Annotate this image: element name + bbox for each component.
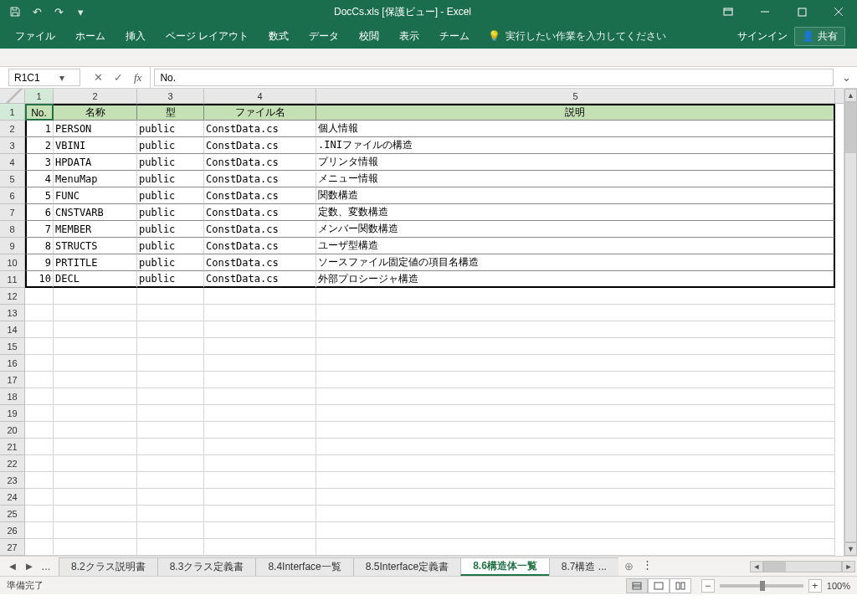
row-header[interactable]: 17 <box>0 372 25 388</box>
row-header[interactable]: 6 <box>0 187 25 204</box>
cell[interactable]: メンバー関数構造 <box>316 221 835 238</box>
sheet-tab[interactable]: 8.7構造 ... <box>549 557 618 576</box>
fx-icon[interactable]: fx <box>129 71 146 85</box>
cell[interactable] <box>25 455 54 472</box>
tab-view[interactable]: 表示 <box>389 23 429 49</box>
row-header[interactable]: 12 <box>0 288 25 305</box>
cell[interactable]: 4 <box>25 171 54 187</box>
cell[interactable]: メニュー情報 <box>316 171 835 187</box>
row-header[interactable]: 15 <box>0 338 25 355</box>
ribbon-display-icon[interactable] <box>710 0 747 23</box>
cell[interactable] <box>316 455 835 472</box>
cell[interactable] <box>54 539 137 556</box>
save-icon[interactable] <box>5 2 25 22</box>
cell[interactable]: ConstData.cs <box>204 187 316 204</box>
cell[interactable] <box>204 506 316 522</box>
cell[interactable]: ファイル名 <box>204 104 316 121</box>
cell[interactable] <box>25 338 54 355</box>
cell[interactable] <box>54 338 137 355</box>
cell[interactable] <box>54 472 137 489</box>
cancel-formula-icon[interactable]: ✕ <box>89 69 107 87</box>
scroll-up-icon[interactable]: ▲ <box>844 89 857 102</box>
tab-formulas[interactable]: 数式 <box>259 23 299 49</box>
cell[interactable] <box>54 522 137 539</box>
cell[interactable] <box>204 288 316 305</box>
cell[interactable] <box>25 372 54 388</box>
cell[interactable]: 5 <box>25 187 54 204</box>
row-header[interactable]: 21 <box>0 439 25 455</box>
cell[interactable] <box>204 321 316 338</box>
cell[interactable] <box>316 539 835 556</box>
row-header[interactable]: 22 <box>0 455 25 472</box>
cell[interactable] <box>54 455 137 472</box>
cell[interactable] <box>137 539 204 556</box>
cell[interactable] <box>316 321 835 338</box>
row-header[interactable]: 16 <box>0 355 25 372</box>
cell[interactable] <box>137 338 204 355</box>
row-header[interactable]: 19 <box>0 405 25 422</box>
vertical-scrollbar[interactable]: ▲ ▼ <box>844 89 857 556</box>
cell[interactable] <box>137 355 204 372</box>
cell[interactable]: 2 <box>25 137 54 154</box>
cell[interactable]: public <box>137 171 204 187</box>
cell[interactable]: public <box>137 154 204 171</box>
cell[interactable] <box>137 305 204 321</box>
cell[interactable]: 1 <box>25 121 54 137</box>
cell[interactable] <box>54 439 137 455</box>
cell[interactable] <box>137 489 204 506</box>
row-header[interactable]: 3 <box>0 137 25 154</box>
tab-team[interactable]: チーム <box>429 23 480 49</box>
cell[interactable] <box>204 305 316 321</box>
cell[interactable]: public <box>137 238 204 254</box>
vscroll-track[interactable] <box>844 102 857 542</box>
cell[interactable]: 型 <box>137 104 204 121</box>
expand-formula-bar-icon[interactable]: ⌄ <box>839 69 854 86</box>
vscroll-thumb[interactable] <box>845 103 856 153</box>
tab-page-layout[interactable]: ページ レイアウト <box>156 23 259 49</box>
row-header[interactable]: 11 <box>0 271 25 288</box>
col-header[interactable]: 2 <box>54 89 137 103</box>
normal-view-icon[interactable] <box>626 578 648 593</box>
cell[interactable] <box>137 405 204 422</box>
cell[interactable]: 3 <box>25 154 54 171</box>
cell[interactable]: public <box>137 221 204 238</box>
cell[interactable] <box>137 372 204 388</box>
row-header[interactable]: 27 <box>0 539 25 556</box>
cell[interactable]: ConstData.cs <box>204 254 316 271</box>
cell[interactable]: STRUCTS <box>54 238 137 254</box>
col-header[interactable]: 5 <box>316 89 835 103</box>
cell[interactable]: PRTITLE <box>54 254 137 271</box>
sign-in-link[interactable]: サインイン <box>737 29 788 44</box>
tab-home[interactable]: ホーム <box>65 23 115 49</box>
cell[interactable] <box>316 439 835 455</box>
minimize-icon[interactable] <box>747 0 783 23</box>
cell[interactable] <box>137 506 204 522</box>
cell[interactable] <box>204 372 316 388</box>
cell[interactable] <box>25 489 54 506</box>
row-header[interactable]: 13 <box>0 305 25 321</box>
cell[interactable]: MEMBER <box>54 221 137 238</box>
cell[interactable] <box>204 405 316 422</box>
cell[interactable] <box>54 305 137 321</box>
cell[interactable]: 7 <box>25 221 54 238</box>
sheet-tab[interactable]: 8.6構造体一覧 <box>460 557 550 576</box>
maximize-icon[interactable] <box>783 0 820 23</box>
cell[interactable] <box>54 355 137 372</box>
cell[interactable] <box>204 439 316 455</box>
cell[interactable]: ConstData.cs <box>204 137 316 154</box>
cell[interactable]: public <box>137 271 204 288</box>
cell[interactable] <box>25 522 54 539</box>
scroll-left-icon[interactable]: ◄ <box>750 561 763 572</box>
undo-icon[interactable]: ↶ <box>27 2 47 22</box>
cell[interactable]: public <box>137 204 204 221</box>
tab-options-icon[interactable]: ⋮ <box>640 557 655 572</box>
cell[interactable] <box>54 422 137 439</box>
page-layout-view-icon[interactable] <box>648 578 670 593</box>
cell[interactable] <box>137 439 204 455</box>
close-icon[interactable] <box>820 0 857 23</box>
cell[interactable] <box>316 522 835 539</box>
cell[interactable] <box>204 539 316 556</box>
cell[interactable] <box>54 506 137 522</box>
cell[interactable]: public <box>137 137 204 154</box>
cell[interactable] <box>204 355 316 372</box>
